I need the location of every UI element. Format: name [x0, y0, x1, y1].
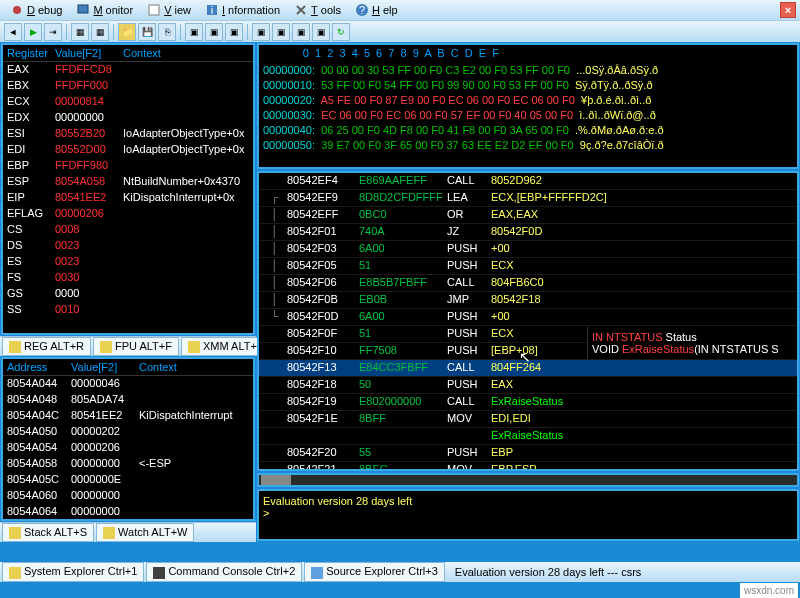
stack-row[interactable]: 8054A05800000000<-ESP — [3, 456, 253, 472]
register-row[interactable]: CS0008 — [3, 222, 253, 238]
reg-value: 0008 — [55, 223, 123, 237]
disasm-row[interactable]: └80542F0D6A00PUSH+00 — [259, 309, 797, 326]
disasm-row[interactable]: │80542F036A00PUSH+00 — [259, 241, 797, 258]
tool-d[interactable]: ▣ — [252, 23, 270, 41]
stack-row[interactable]: 8054A04C80541EE2KiDispatchInterrupt — [3, 408, 253, 424]
stack-value: 00000000 — [71, 505, 139, 519]
watermark: wsxdn.com — [740, 583, 798, 598]
menu-help[interactable]: ?Help — [349, 1, 404, 19]
disasm-operands: 80542F18 — [491, 293, 541, 307]
stack-row[interactable]: 8054A06000000000 — [3, 488, 253, 504]
jump-indicator — [263, 412, 287, 426]
tool-back[interactable]: ◄ — [4, 23, 22, 41]
disasm-mnemonic: JMP — [447, 293, 491, 307]
disasm-bytes: E869AAFEFF — [359, 174, 447, 188]
disasm-operands: 80542F0D — [491, 225, 542, 239]
stack-row[interactable]: 8054A04400000046 — [3, 376, 253, 392]
tool-play[interactable]: ▶ — [24, 23, 42, 41]
reg-value: FFDFF980 — [55, 159, 123, 173]
stack-row[interactable]: 8054A06800000000 — [3, 520, 253, 521]
hex-row[interactable]: 00000010: 53 FF 00 F0 54 FF 00 F0 99 90 … — [263, 78, 793, 93]
tab-watch[interactable]: Watch ALT+W — [96, 523, 194, 542]
stack-row[interactable]: 8054A05C0000000E — [3, 472, 253, 488]
disasm-row[interactable]: ┌80542EF98D8D2CFDFFFFLEAECX,[EBP+FFFFFD2… — [259, 190, 797, 207]
close-button[interactable]: × — [780, 2, 796, 18]
menu-view[interactable]: View — [141, 1, 197, 19]
disasm-row[interactable]: 80542EF4E869AAFEFFCALL8052D962 — [259, 173, 797, 190]
jump-indicator: ┌ — [263, 191, 287, 205]
register-row[interactable]: ESI80552B20IoAdapterObjectType+0x — [3, 126, 253, 142]
disasm-bytes — [359, 429, 447, 443]
tab-fpu[interactable]: FPU ALT+F — [93, 337, 179, 356]
tool-f[interactable]: ▣ — [292, 23, 310, 41]
disasm-row[interactable]: │80542F0BEB0BJMP80542F18 — [259, 292, 797, 309]
disasm-row[interactable]: │80542F06E8B5B7FBFFCALL804FB6C0 — [259, 275, 797, 292]
hscrollbar[interactable] — [257, 473, 799, 487]
register-row[interactable]: EIP80541EE2KiDispatchInterrupt+0x — [3, 190, 253, 206]
disasm-row[interactable]: │80542F0551PUSHECX — [259, 258, 797, 275]
reg-value: 00000814 — [55, 95, 123, 109]
register-row[interactable]: EFLAG00000206 — [3, 206, 253, 222]
stack-row[interactable]: 8054A06400000000 — [3, 504, 253, 520]
disasm-operands: ECX — [491, 259, 514, 273]
menu-debug[interactable]: DDebugebug — [4, 1, 68, 19]
tool-copy[interactable]: ⎘ — [158, 23, 176, 41]
register-row[interactable]: DS0023 — [3, 238, 253, 254]
hex-row[interactable]: 00000050: 39 E7 00 F0 3F 65 00 F0 37 63 … — [263, 138, 793, 153]
register-row[interactable]: EAXFFDFFCD8 — [3, 62, 253, 78]
register-row[interactable]: EBXFFDFF000 — [3, 78, 253, 94]
tool-g[interactable]: ▣ — [312, 23, 330, 41]
register-row[interactable]: ESP8054A058NtBuildNumber+0x4370 — [3, 174, 253, 190]
tool-a[interactable]: ▣ — [185, 23, 203, 41]
tool-doc2[interactable]: ▦ — [91, 23, 109, 41]
disasm-row[interactable]: 80542F2055PUSHEBP — [259, 445, 797, 462]
stack-row[interactable]: 8054A05400000206 — [3, 440, 253, 456]
console-panel[interactable]: Evaluation version 28 days left > — [257, 489, 799, 541]
tool-refresh[interactable]: ↻ — [332, 23, 350, 41]
hex-row[interactable]: 00000000: 00 00 00 30 53 FF 00 F0 C3 E2 … — [263, 63, 793, 78]
disasm-row[interactable]: 80542F218BECMOVEBP,ESP — [259, 462, 797, 471]
stack-row[interactable]: 8054A05000000202 — [3, 424, 253, 440]
reg-name: DS — [7, 239, 55, 253]
register-row[interactable]: SS0010 — [3, 302, 253, 318]
jump-indicator: │ — [263, 259, 287, 273]
tool-step[interactable]: ⇥ — [44, 23, 62, 41]
hex-row[interactable]: 00000040: 06 25 00 F0 4D F8 00 F0 41 F8 … — [263, 123, 793, 138]
scroll-thumb[interactable] — [261, 475, 291, 485]
tool-c[interactable]: ▣ — [225, 23, 243, 41]
tool-doc1[interactable]: ▦ — [71, 23, 89, 41]
register-row[interactable]: EBPFFDFF980 — [3, 158, 253, 174]
menu-tools[interactable]: Tools — [288, 1, 347, 19]
disasm-row[interactable]: 80542F1E8BFFMOVEDI,EDI — [259, 411, 797, 428]
register-row[interactable]: FS0030 — [3, 270, 253, 286]
disasm-mnemonic: CALL — [447, 361, 491, 375]
disasm-row[interactable]: │80542F01740AJZ80542F0D — [259, 224, 797, 241]
stack-row[interactable]: 8054A048805ADA74 — [3, 392, 253, 408]
disasm-row[interactable]: │80542EFF0BC0OREAX,EAX — [259, 207, 797, 224]
register-row[interactable]: EDX00000000 — [3, 110, 253, 126]
disasm-bytes: 8BFF — [359, 412, 447, 426]
hex-row[interactable]: 00000020: A5 FE 00 F0 87 E9 00 F0 EC 06 … — [263, 93, 793, 108]
disasm-mnemonic: MOV — [447, 463, 491, 471]
tab-reg[interactable]: REG ALT+R — [2, 337, 91, 356]
tab-source-explorer[interactable]: Source Explorer Ctrl+3 — [304, 562, 445, 581]
tab-stack[interactable]: Stack ALT+S — [2, 523, 94, 542]
tab-command-console[interactable]: Command Console Ctrl+2 — [146, 562, 302, 581]
disasm-addr: 80542F19 — [287, 395, 359, 409]
menu-information[interactable]: iInformation — [199, 1, 286, 19]
tab-system-explorer[interactable]: System Explorer Ctrl+1 — [2, 562, 144, 581]
register-row[interactable]: ECX00000814 — [3, 94, 253, 110]
register-row[interactable]: GS0000 — [3, 286, 253, 302]
tool-save[interactable]: 💾 — [138, 23, 156, 41]
tool-b[interactable]: ▣ — [205, 23, 223, 41]
disasm-row[interactable]: 80542F1850PUSHEAX — [259, 377, 797, 394]
disasm-row[interactable]: ExRaiseStatus — [259, 428, 797, 445]
tool-e[interactable]: ▣ — [272, 23, 290, 41]
disasm-row[interactable]: 80542F19E802000000CALLExRaiseStatus — [259, 394, 797, 411]
hex-row[interactable]: 00000030: EC 06 00 F0 EC 06 00 F0 57 EF … — [263, 108, 793, 123]
tool-open[interactable]: 📁 — [118, 23, 136, 41]
register-row[interactable]: EDI80552D00IoAdapterObjectType+0x — [3, 142, 253, 158]
menu-monitor[interactable]: Monitor — [70, 1, 139, 19]
disasm-addr: 80542F13 — [287, 361, 359, 375]
register-row[interactable]: ES0023 — [3, 254, 253, 270]
